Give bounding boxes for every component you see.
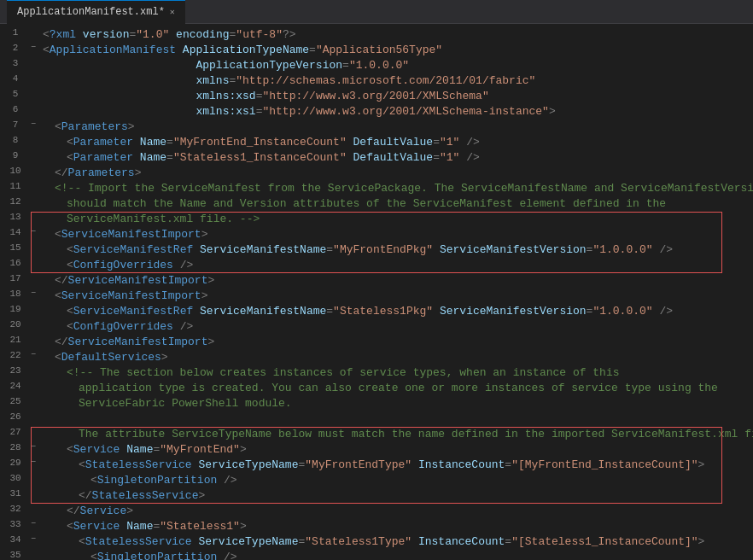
line-33: 33 − <Service Name="Stateless1"> (0, 519, 753, 534)
line-34: 34 − <StatelessService ServiceTypeName="… (0, 534, 753, 550)
line-32: 32 </Service> (0, 504, 753, 519)
line-8: 8 <Parameter Name="MyFrontEnd_InstanceCo… (0, 135, 753, 150)
line-3: 3 ApplicationTypeVersion="1.0.0.0" (0, 58, 753, 73)
line-23: 23 <!-- The section below creates instan… (0, 365, 753, 381)
line-4: 4 xmlns="http://schemas.microsoft.com/20… (0, 73, 753, 89)
title-bar: ApplicationManifest.xml* ✕ (0, 0, 753, 24)
line-35: 35 <SingletonPartition /> (0, 550, 753, 560)
line-19: 19 <ServiceManifestRef ServiceManifestNa… (0, 304, 753, 319)
line-22: 22 − <DefaultServices> (0, 350, 753, 365)
line-2: 2 − <ApplicationManifest ApplicationType… (0, 43, 753, 58)
line-5: 5 xmlns:xsd="http://www.w3.org/2001/XMLS… (0, 89, 753, 104)
line-20: 20 <ConfigOverrides /> (0, 319, 753, 335)
line-31: 31 </StatelessService> (0, 488, 753, 504)
tab-title: ApplicationManifest.xml* (17, 6, 165, 18)
editor-tab[interactable]: ApplicationManifest.xml* ✕ (7, 0, 185, 24)
line-28: 28 − <Service Name="MyFrontEnd"> (0, 442, 753, 458)
line-29: 29 − <StatelessService ServiceTypeName="… (0, 458, 753, 473)
line-27: 27 The attribute ServiceTypeName below m… (0, 427, 753, 442)
line-21: 21 </ServiceManifestImport> (0, 335, 753, 350)
line-6: 6 xmlns:xsi="http://www.w3.org/2001/XMLS… (0, 104, 753, 120)
line-16: 16 <ConfigOverrides /> (0, 258, 753, 273)
line-15: 15 <ServiceManifestRef ServiceManifestNa… (0, 242, 753, 258)
editor-area[interactable]: 1 <?xml version="1.0" encoding="utf-8"?>… (0, 24, 753, 560)
close-icon[interactable]: ✕ (170, 7, 175, 17)
line-11: 11 <!-- Import the ServiceManifest from … (0, 181, 753, 196)
line-17: 17 </ServiceManifestImport> (0, 273, 753, 289)
line-25: 25 ServiceFabric PowerShell module. (0, 396, 753, 411)
line-30: 30 <SingletonPartition /> (0, 473, 753, 488)
line-12: 12 should match the Name and Version att… (0, 196, 753, 212)
line-14: 14 − <ServiceManifestImport> (0, 227, 753, 242)
line-7: 7 − <Parameters> (0, 120, 753, 135)
line-9: 9 <Parameter Name="Stateless1_InstanceCo… (0, 150, 753, 166)
editor-content: 1 <?xml version="1.0" encoding="utf-8"?>… (0, 27, 753, 560)
line-24: 24 application type is created. You can … (0, 381, 753, 396)
line-1: 1 <?xml version="1.0" encoding="utf-8"?> (0, 27, 753, 43)
line-10: 10 </Parameters> (0, 166, 753, 181)
line-13: 13 ServiceManifest.xml file. --> (0, 212, 753, 227)
line-18: 18 − <ServiceManifestImport> (0, 289, 753, 304)
line-26: 26 (0, 411, 753, 427)
